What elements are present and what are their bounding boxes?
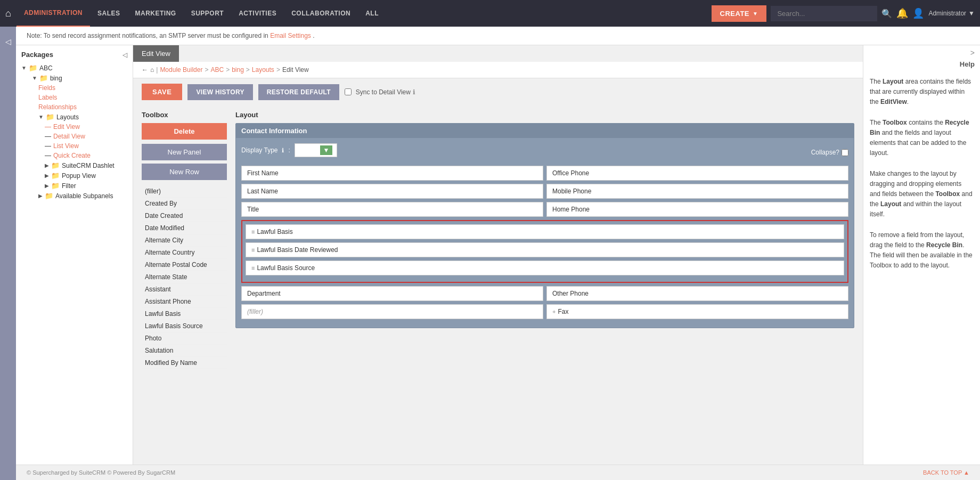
create-button[interactable]: CREATE ▼ <box>712 5 767 22</box>
tree-item-popup-view[interactable]: ▶ 📁 Popup View <box>21 170 127 181</box>
nav-item-activities[interactable]: ACTIVITIES <box>231 0 284 27</box>
toolbox-field-assistant[interactable]: Assistant <box>142 283 227 296</box>
sync-to-detail-view-checkbox[interactable] <box>345 88 352 95</box>
collapse-checkbox[interactable] <box>842 149 848 156</box>
breadcrumb-module-builder[interactable]: Module Builder <box>160 66 202 74</box>
breadcrumb-bing[interactable]: bing <box>232 66 244 74</box>
save-button[interactable]: SAVE <box>142 84 182 100</box>
tree-item-edit-view[interactable]: — Edit View <box>21 122 127 132</box>
bing-folder-icon: 📁 <box>39 74 48 82</box>
layout-panel: Edit View ← ⌂ | Module Builder > ABC > b… <box>133 45 863 465</box>
toolbox-field-photo[interactable]: Photo <box>142 332 227 345</box>
layout-field-filler[interactable]: (filler) <box>241 304 543 319</box>
toolbox-field-alternate-country[interactable]: Alternate Country <box>142 247 227 259</box>
layout-field-fax[interactable]: +Fax <box>546 304 848 319</box>
help-panel: > Help The Layout area contains the fiel… <box>863 45 980 465</box>
layout-field-office-phone[interactable]: Office Phone <box>546 166 848 181</box>
display-type-select[interactable]: Panel ▼ <box>295 143 338 157</box>
layout-field-lawful-basis-source[interactable]: ≡Lawful Basis Source <box>246 261 844 275</box>
display-type-dropdown-arrow: ▼ <box>320 145 333 155</box>
layouts-toggle-icon: ▼ <box>38 114 44 120</box>
abc-label: ABC <box>39 64 53 72</box>
search-input[interactable] <box>771 6 877 21</box>
display-type-info-icon: ℹ <box>282 147 284 154</box>
top-navigation: ⌂ ADMINISTRATION SALES MARKETING SUPPORT… <box>0 0 980 27</box>
tree-item-abc[interactable]: ▼ 📁 ABC <box>21 63 127 73</box>
layout-field-other-phone[interactable]: Other Phone <box>546 286 848 301</box>
tree-item-layouts[interactable]: ▼ 📁 Layouts <box>21 112 127 122</box>
abc-folder-icon: 📁 <box>29 64 37 72</box>
toolbox-field-date-modified[interactable]: Date Modified <box>142 222 227 234</box>
layout-field-lawful-basis-date-reviewed[interactable]: ≡Lawful Basis Date Reviewed <box>246 242 844 257</box>
layout-field-title[interactable]: Title <box>241 202 543 217</box>
layout-field-lawful-basis[interactable]: ≡Lawful Basis <box>246 224 844 239</box>
subpanels-label: Available Subpanels <box>55 192 113 200</box>
tree-item-detail-view[interactable]: — Detail View <box>21 132 127 141</box>
notice-suffix: . <box>313 32 314 39</box>
sidebar-toggle[interactable]: ◁ <box>0 27 16 480</box>
tree-item-suitecrm-dashlet[interactable]: ▶ 📁 SuiteCRM Dashlet <box>21 160 127 170</box>
edit-view-tab[interactable]: Edit View <box>133 45 179 62</box>
toolbox-title: Toolbox <box>142 111 227 119</box>
email-settings-link[interactable]: Email Settings <box>270 32 311 39</box>
notifications-icon[interactable]: 🔔 <box>896 7 908 19</box>
toolbox-field-assistant-phone[interactable]: Assistant Phone <box>142 296 227 308</box>
layout-field-home-phone[interactable]: Home Phone <box>546 202 848 217</box>
layout-field-department[interactable]: Department <box>241 286 543 301</box>
help-toolbox-keyword: Toolbox <box>883 119 907 126</box>
nav-item-marketing[interactable]: MARKETING <box>128 0 184 27</box>
view-history-button[interactable]: VIEW HISTORY <box>187 84 252 100</box>
tree-item-bing[interactable]: ▼ 📁 bing <box>21 73 127 83</box>
toolbox-field-modified-by-name[interactable]: Modified By Name <box>142 357 227 369</box>
nav-item-sales[interactable]: SALES <box>90 0 128 27</box>
breadcrumb-home-icon[interactable]: ⌂ <box>150 66 154 74</box>
user-info[interactable]: Administrator ▼ <box>928 10 975 17</box>
home-icon[interactable]: ⌂ <box>5 8 11 19</box>
breadcrumb-abc[interactable]: ABC <box>210 66 224 74</box>
new-panel-button[interactable]: New Panel <box>142 144 227 160</box>
new-row-button[interactable]: New Row <box>142 164 227 180</box>
nav-item-support[interactable]: SUPPORT <box>184 0 232 27</box>
toolbox-section: Toolbox Delete New Panel New Row (filler… <box>142 111 227 369</box>
toolbox-field-alternate-state[interactable]: Alternate State <box>142 271 227 283</box>
edit-view-link: Edit View <box>53 123 80 131</box>
tree-item-relationships[interactable]: Relationships <box>21 102 127 112</box>
tree-item-list-view[interactable]: — List View <box>21 141 127 151</box>
user-avatar-icon[interactable]: 👤 <box>912 7 924 19</box>
tree-item-fields[interactable]: Fields <box>21 83 127 93</box>
back-to-top-link[interactable]: BACK TO TOP ▲ <box>923 469 969 476</box>
breadcrumb-layouts[interactable]: Layouts <box>252 66 274 74</box>
layout-field-mobile-phone[interactable]: Mobile Phone <box>546 184 848 199</box>
toolbox-field-filler[interactable]: (filler) <box>142 185 227 198</box>
filter-label: Filter <box>62 182 76 190</box>
sync-info-icon: ℹ <box>413 88 415 96</box>
toolbox-field-lawful-basis-source[interactable]: Lawful Basis Source <box>142 320 227 332</box>
nav-item-all[interactable]: ALL <box>358 0 386 27</box>
toolbox-field-salutation[interactable]: Salutation <box>142 345 227 357</box>
toolbox-field-created-by[interactable]: Created By <box>142 198 227 210</box>
nav-item-collaboration[interactable]: COLLABORATION <box>284 0 358 27</box>
layout-row-filler-fax: (filler) +Fax <box>241 304 848 319</box>
breadcrumb-gt4: > <box>276 66 280 74</box>
nav-item-administration[interactable]: ADMINISTRATION <box>17 0 90 27</box>
toolbox-field-alternate-postal-code[interactable]: Alternate Postal Code <box>142 259 227 271</box>
layout-field-first-name[interactable]: First Name <box>241 166 543 181</box>
toolbox-field-lawful-basis[interactable]: Lawful Basis <box>142 308 227 320</box>
layout-field-last-name[interactable]: Last Name <box>241 184 543 199</box>
labels-link: Labels <box>38 94 57 101</box>
tree-item-available-subpanels[interactable]: ▶ 📁 Available Subpanels <box>21 191 127 201</box>
search-icon[interactable]: 🔍 <box>881 9 892 19</box>
packages-title-text: Packages <box>21 51 53 59</box>
restore-default-button[interactable]: RESTORE DEFAULT <box>258 84 339 100</box>
help-recycle-bin-keyword: Recycle Bin <box>926 241 962 249</box>
help-toggle[interactable]: > <box>863 45 980 60</box>
footer-left-text: © Supercharged by SuiteCRM © Powered By … <box>27 469 175 476</box>
delete-button[interactable]: Delete <box>142 123 227 140</box>
tree-item-labels[interactable]: Labels <box>21 93 127 102</box>
tree-item-quick-create[interactable]: — Quick Create <box>21 151 127 160</box>
tree-item-filter[interactable]: ▶ 📁 Filter <box>21 181 127 191</box>
toolbox-field-date-created[interactable]: Date Created <box>142 210 227 222</box>
packages-collapse-button[interactable]: ◁ <box>123 51 127 59</box>
toolbox-field-alternate-city[interactable]: Alternate City <box>142 234 227 247</box>
breadcrumb-back-icon[interactable]: ← <box>142 66 148 74</box>
